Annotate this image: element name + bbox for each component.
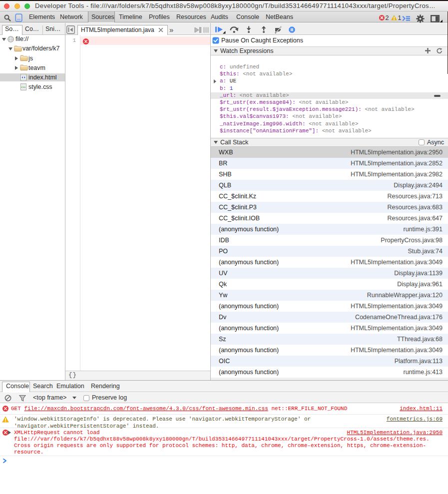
svg-text:css: css bbox=[21, 85, 26, 88]
